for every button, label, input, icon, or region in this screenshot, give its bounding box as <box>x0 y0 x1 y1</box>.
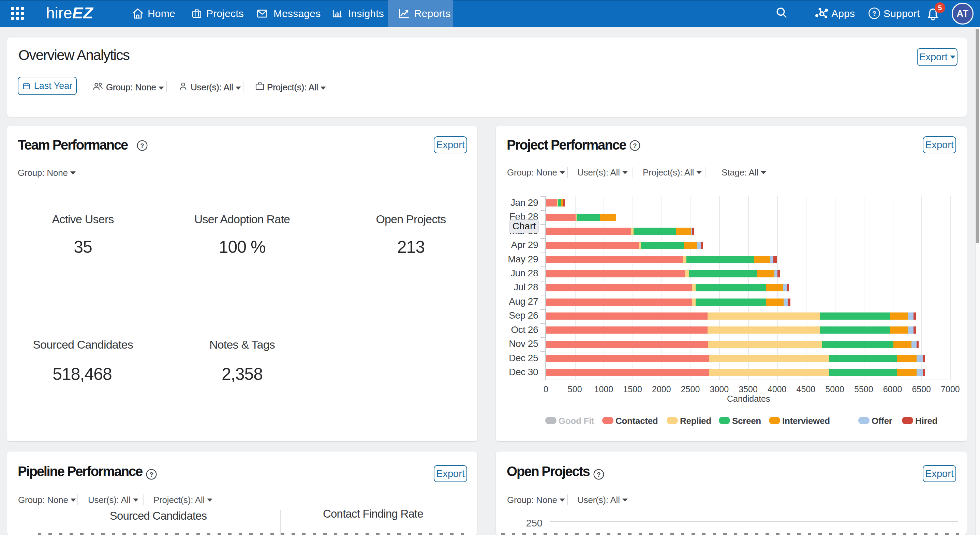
svg-text:?: ? <box>633 143 637 149</box>
svg-text:?: ? <box>150 471 153 478</box>
svg-text:?: ? <box>872 10 877 17</box>
svg-text:?: ? <box>140 143 144 149</box>
svg-text:?: ? <box>597 471 601 478</box>
